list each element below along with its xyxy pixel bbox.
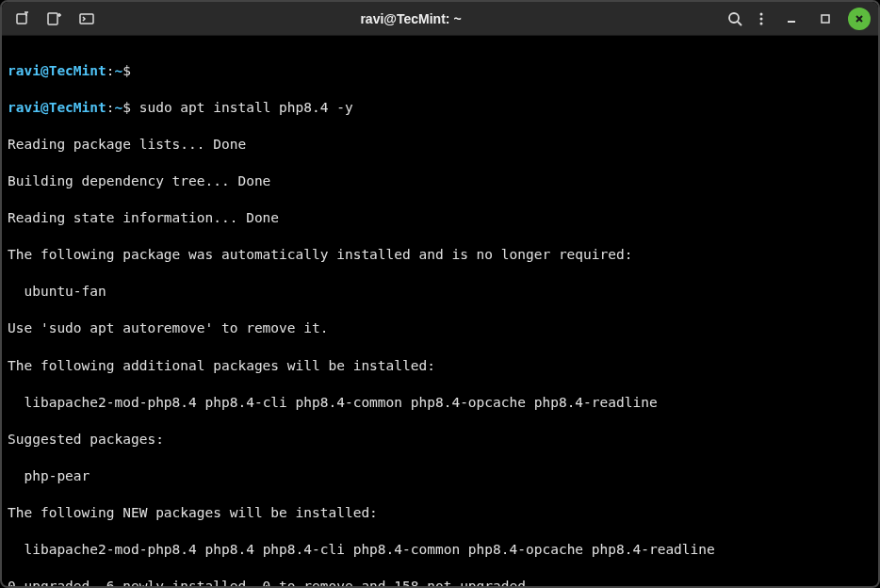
- output-line: libapache2-mod-php8.4 php8.4-cli php8.4-…: [8, 394, 872, 413]
- svg-point-11: [760, 22, 763, 24]
- new-tab-icon[interactable]: [15, 11, 30, 26]
- svg-rect-3: [48, 13, 57, 24]
- prompt-path: ~: [115, 100, 123, 115]
- command-text: [131, 63, 139, 78]
- maximize-button[interactable]: [814, 8, 837, 30]
- terminal-output[interactable]: ravi@TecMint:~$ ravi@TecMint:~$ sudo apt…: [2, 36, 878, 588]
- prompt-separator: :: [106, 63, 115, 78]
- close-button[interactable]: [848, 8, 871, 30]
- output-line: Reading state information... Done: [8, 209, 872, 228]
- prompt-dollar: $: [122, 100, 131, 115]
- svg-rect-0: [17, 14, 26, 24]
- prompt-user-host: ravi@TecMint: [8, 100, 106, 115]
- prompt-line: ravi@TecMint:~$ sudo apt install php8.4 …: [8, 99, 872, 118]
- titlebar-left-controls: [9, 11, 94, 26]
- output-line: php-pear: [8, 467, 872, 486]
- output-line: 0 upgraded, 6 newly installed, 0 to remo…: [8, 578, 872, 588]
- svg-rect-6: [80, 14, 93, 24]
- prompt-path: ~: [115, 63, 123, 78]
- output-line: The following additional packages will b…: [8, 357, 872, 376]
- output-line: Use 'sudo apt autoremove' to remove it.: [8, 319, 872, 338]
- output-line: The following package was automatically …: [8, 246, 872, 265]
- terminal-icon[interactable]: [79, 11, 94, 26]
- output-line: The following NEW packages will be insta…: [8, 504, 872, 523]
- output-line: libapache2-mod-php8.4 php8.4 php8.4-cli …: [8, 541, 872, 560]
- svg-point-9: [760, 12, 763, 15]
- svg-point-7: [729, 13, 739, 23]
- window-title: ravi@TecMint: ~: [94, 11, 727, 26]
- svg-line-8: [738, 22, 741, 25]
- prompt-line: ravi@TecMint:~$: [8, 62, 872, 81]
- svg-point-10: [760, 17, 763, 20]
- search-icon[interactable]: [727, 11, 742, 26]
- titlebar-right-controls: [727, 8, 871, 30]
- prompt-user-host: ravi@TecMint: [8, 63, 106, 78]
- menu-icon[interactable]: [754, 11, 769, 26]
- output-line: ubuntu-fan: [8, 283, 872, 302]
- new-window-icon[interactable]: [47, 11, 62, 26]
- prompt-dollar: $: [122, 63, 131, 78]
- output-line: Building dependency tree... Done: [8, 172, 872, 191]
- output-line: Reading package lists... Done: [8, 136, 872, 155]
- window-titlebar: ravi@TecMint: ~: [2, 2, 878, 36]
- svg-rect-13: [822, 15, 829, 23]
- prompt-separator: :: [106, 100, 115, 115]
- command-text: sudo apt install php8.4 -y: [131, 100, 353, 115]
- output-line: Suggested packages:: [8, 431, 872, 449]
- minimize-button[interactable]: [780, 8, 803, 30]
